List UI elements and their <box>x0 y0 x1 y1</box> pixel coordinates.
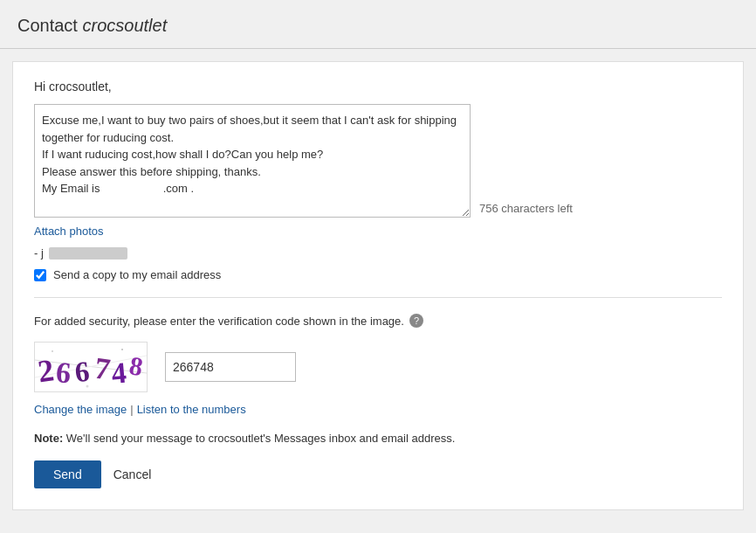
svg-point-9 <box>52 350 53 352</box>
captcha-image: 2 6 6 7 4 8 <box>34 342 148 392</box>
send-copy-checkbox[interactable] <box>34 269 46 281</box>
button-row: Send Cancel <box>34 460 722 488</box>
captcha-links: Change the image | Listen to the numbers <box>34 403 722 416</box>
note-bold: Note: <box>34 432 63 445</box>
svg-text:4: 4 <box>110 356 127 390</box>
sender-prefix: - j <box>34 246 44 260</box>
page-title: Contact crocsoutlet <box>17 16 739 36</box>
separator: | <box>130 403 133 416</box>
svg-point-10 <box>86 385 89 388</box>
sender-blur <box>49 247 127 260</box>
note-row: Note: We'll send your message to crocsou… <box>34 432 722 445</box>
content-area: Hi crocsoutlet, Excuse me,I want to buy … <box>12 61 744 510</box>
checkbox-row: Send a copy to my email address <box>34 268 722 281</box>
message-textarea[interactable]: Excuse me,I want to buy two pairs of sho… <box>34 104 471 218</box>
page-header: Contact crocsoutlet <box>0 0 756 49</box>
svg-text:6: 6 <box>55 356 72 389</box>
textarea-row: Excuse me,I want to buy two pairs of sho… <box>34 104 722 218</box>
attach-row: Attach photos <box>34 225 471 238</box>
title-italic: crocsoutlet <box>82 16 167 35</box>
page-wrapper: Contact crocsoutlet Hi crocsoutlet, Excu… <box>0 0 756 533</box>
captcha-svg: 2 6 6 7 4 8 <box>35 343 147 391</box>
sender-row: - j <box>34 246 722 260</box>
change-image-link[interactable]: Change the image <box>34 403 127 416</box>
cancel-link[interactable]: Cancel <box>113 467 152 481</box>
listen-to-numbers-link[interactable]: Listen to the numbers <box>137 403 246 416</box>
greeting: Hi crocsoutlet, <box>34 80 722 93</box>
attach-photos-link[interactable]: Attach photos <box>34 225 104 238</box>
divider <box>34 297 722 298</box>
note-text: We'll send your message to crocsoutlet's… <box>63 432 455 445</box>
security-text: For added security, please enter the ver… <box>34 315 404 328</box>
send-button[interactable]: Send <box>34 460 101 488</box>
title-prefix: Contact <box>17 16 82 35</box>
captcha-input[interactable] <box>165 352 296 382</box>
captcha-row: 2 6 6 7 4 8 <box>34 342 722 392</box>
help-icon[interactable]: ? <box>409 314 423 328</box>
security-label: For added security, please enter the ver… <box>34 314 722 328</box>
send-copy-label: Send a copy to my email address <box>53 268 221 281</box>
char-count: 756 characters left <box>479 202 573 215</box>
svg-point-11 <box>121 349 123 350</box>
